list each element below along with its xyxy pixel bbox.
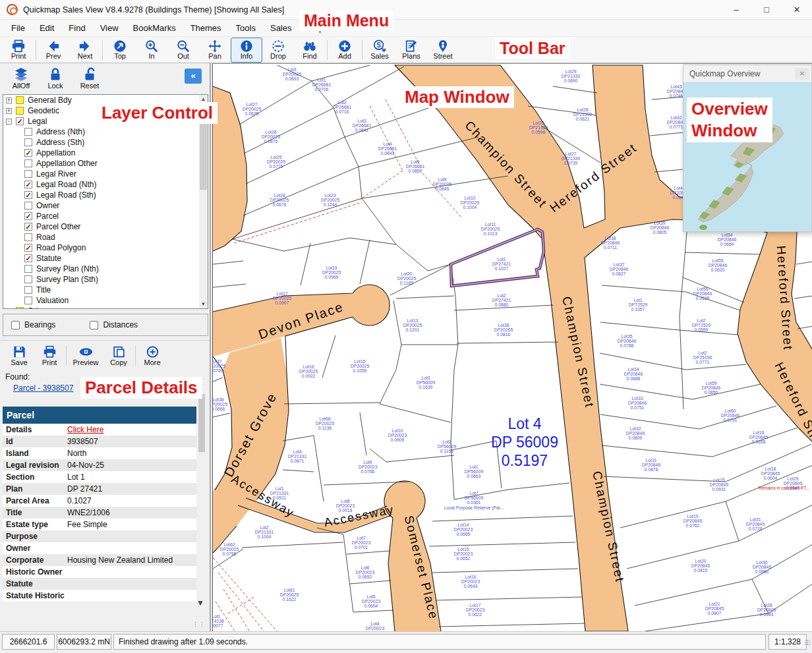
plans-button[interactable]: Plans bbox=[395, 38, 427, 63]
layer-tree-item-owner[interactable]: Owner bbox=[3, 200, 208, 211]
found-parcel-link[interactable]: Parcel - 3938507 bbox=[13, 383, 73, 393]
menu-item-find[interactable]: Find bbox=[61, 20, 92, 36]
sales-button[interactable]: S Sales bbox=[364, 38, 395, 63]
maximize-button[interactable]: □ bbox=[751, 0, 782, 20]
street-button[interactable]: Street bbox=[427, 38, 459, 63]
resize-grip-icon[interactable]: ⋮⋮ bbox=[192, 621, 206, 627]
parcel-scroll-down-icon[interactable]: ▼ bbox=[196, 598, 204, 608]
layer-checkbox[interactable]: ✓ bbox=[24, 254, 32, 262]
layer-tree-item-road[interactable]: Road bbox=[3, 232, 208, 242]
layer-label: Address (Nth) bbox=[36, 127, 85, 136]
layer-tree-item-other[interactable]: +Other bbox=[3, 306, 208, 309]
layer-tree-item-title[interactable]: Title bbox=[3, 285, 208, 295]
menu-item-tools[interactable]: Tools bbox=[229, 20, 263, 36]
more-button[interactable]: More bbox=[137, 342, 167, 370]
layer-tree-item-address-sth-[interactable]: Address (Sth) bbox=[3, 137, 208, 148]
save-icon bbox=[13, 345, 26, 358]
layer-tree-item-survey-plan-nth-[interactable]: Survey Plan (Nth) bbox=[3, 264, 208, 274]
parcel-row-statute-historic: Statute Historic bbox=[3, 590, 196, 602]
menu-item-file[interactable]: File bbox=[4, 20, 32, 36]
parcel-scroll-thumb[interactable] bbox=[198, 394, 205, 452]
tree-scrollbar[interactable]: ▲ ▼ bbox=[199, 95, 208, 308]
parcel-scrollbar[interactable] bbox=[198, 390, 206, 596]
find-button[interactable]: Find bbox=[294, 38, 326, 63]
layer-checkbox[interactable] bbox=[24, 297, 32, 304]
parcel-field-label: Title bbox=[3, 507, 66, 519]
layer-tree-item-parcel[interactable]: ✓Parcel bbox=[3, 211, 208, 221]
layer-checkbox[interactable] bbox=[24, 265, 32, 273]
layer-tree-item-appellation-other[interactable]: Appellation Other bbox=[3, 158, 208, 169]
layer-label: Legal River bbox=[36, 169, 76, 179]
parcel-details-link[interactable]: Click Here bbox=[66, 424, 196, 436]
pan-button[interactable]: Pan bbox=[199, 38, 231, 63]
parcel-row-parcel-area: Parcel Area0.1027 bbox=[3, 495, 196, 507]
window-title: Quickmap Sales View V8.4.9278 (Buildings… bbox=[23, 5, 284, 14]
layer-checkbox[interactable] bbox=[24, 202, 32, 210]
layer-tree-item-appellation[interactable]: ✓Appellation bbox=[3, 148, 208, 158]
layer-group-icon bbox=[16, 307, 24, 309]
layer-label: Geodetic bbox=[28, 106, 59, 115]
collapse-panel-button[interactable]: « bbox=[185, 69, 202, 84]
zoom-out-button[interactable]: Out bbox=[167, 38, 199, 63]
overview-titlebar[interactable]: Quickmap Overview ✕ bbox=[683, 65, 811, 82]
distances-checkbox[interactable] bbox=[90, 321, 98, 329]
close-button[interactable]: ✕ bbox=[782, 0, 812, 20]
layer-checkbox[interactable] bbox=[24, 170, 32, 178]
overview-window[interactable]: Quickmap Overview ✕ bbox=[683, 65, 812, 232]
add-button[interactable]: Add bbox=[329, 38, 361, 63]
layer-tree-item-road-polygon[interactable]: ✓Road Polygon bbox=[3, 242, 208, 253]
layer-checkbox[interactable] bbox=[24, 128, 32, 136]
layer-tree-item-statute[interactable]: ✓Statute bbox=[3, 253, 208, 264]
layer-checkbox[interactable]: ✓ bbox=[24, 223, 32, 231]
menu-item-sales[interactable]: Sales bbox=[263, 20, 299, 36]
layer-checkbox[interactable]: ✓ bbox=[16, 117, 24, 125]
layer-checkbox[interactable]: ✓ bbox=[24, 191, 32, 199]
layer-checkbox[interactable] bbox=[24, 233, 32, 241]
alloff-button[interactable]: AllOff bbox=[4, 65, 38, 92]
info-circle-icon bbox=[239, 40, 254, 53]
zoom-in-button[interactable]: In bbox=[136, 38, 167, 63]
parcel-field-value bbox=[66, 590, 196, 602]
layer-tree-item-legal-river[interactable]: Legal River bbox=[3, 169, 208, 179]
layer-checkbox[interactable]: ✓ bbox=[24, 244, 32, 252]
info-button[interactable]: Info bbox=[231, 38, 262, 63]
add-circle-icon bbox=[337, 40, 352, 53]
bearings-checkbox[interactable] bbox=[11, 321, 20, 329]
minimize-button[interactable]: – bbox=[721, 0, 751, 20]
lock-button[interactable]: Lock bbox=[38, 65, 72, 92]
overview-close-icon[interactable]: ✕ bbox=[795, 68, 809, 80]
expand-node-icon[interactable]: + bbox=[6, 108, 12, 114]
layer-checkbox[interactable]: ✓ bbox=[24, 212, 32, 220]
menu-item-themes[interactable]: Themes bbox=[183, 20, 229, 36]
layer-checkbox[interactable]: ✓ bbox=[24, 181, 32, 188]
layer-tree-item-valuation[interactable]: Valuation bbox=[3, 295, 208, 306]
expand-node-icon[interactable]: + bbox=[6, 98, 12, 103]
expand-node-icon[interactable]: + bbox=[6, 308, 12, 310]
prev-button[interactable]: Prev bbox=[38, 38, 69, 63]
scroll-down-icon[interactable]: ▼ bbox=[199, 300, 208, 308]
layer-checkbox[interactable] bbox=[24, 286, 32, 294]
layer-tree-item-legal-road-nth-[interactable]: ✓Legal Road (Nth) bbox=[3, 179, 208, 190]
layer-tree-item-legal-road-sth-[interactable]: ✓Legal Road (Sth) bbox=[3, 190, 208, 200]
top-button[interactable]: Top bbox=[104, 38, 136, 63]
preview-button[interactable]: Preview bbox=[68, 342, 103, 370]
collapse-node-icon[interactable]: - bbox=[6, 119, 12, 125]
layer-tree-item-survey-plan-sth-[interactable]: Survey Plan (Sth) bbox=[3, 274, 208, 285]
reset-button[interactable]: Reset bbox=[72, 65, 107, 92]
menu-item-bookmarks[interactable]: BookMarks bbox=[126, 20, 183, 36]
layer-checkbox[interactable] bbox=[24, 159, 32, 167]
layer-tree-item-address-nth-[interactable]: Address (Nth) bbox=[3, 127, 208, 137]
copy-button[interactable]: Copy bbox=[103, 342, 134, 370]
menu-item-edit[interactable]: Edit bbox=[32, 20, 61, 36]
print-details-button[interactable]: Print bbox=[34, 342, 65, 370]
layer-checkbox[interactable] bbox=[24, 275, 32, 283]
drop-button[interactable]: Drop bbox=[262, 38, 294, 63]
layer-checkbox[interactable] bbox=[24, 138, 32, 146]
menu-item-view[interactable]: View bbox=[93, 20, 126, 36]
layer-tree-item-parcel-other[interactable]: ✓Parcel Other bbox=[3, 221, 208, 232]
layer-checkbox[interactable]: ✓ bbox=[24, 149, 32, 157]
window-resize-grip[interactable]: ◫ bbox=[805, 639, 811, 646]
print-button[interactable]: Print bbox=[3, 38, 34, 63]
next-button[interactable]: Next bbox=[69, 38, 101, 63]
save-button[interactable]: Save bbox=[4, 342, 34, 370]
